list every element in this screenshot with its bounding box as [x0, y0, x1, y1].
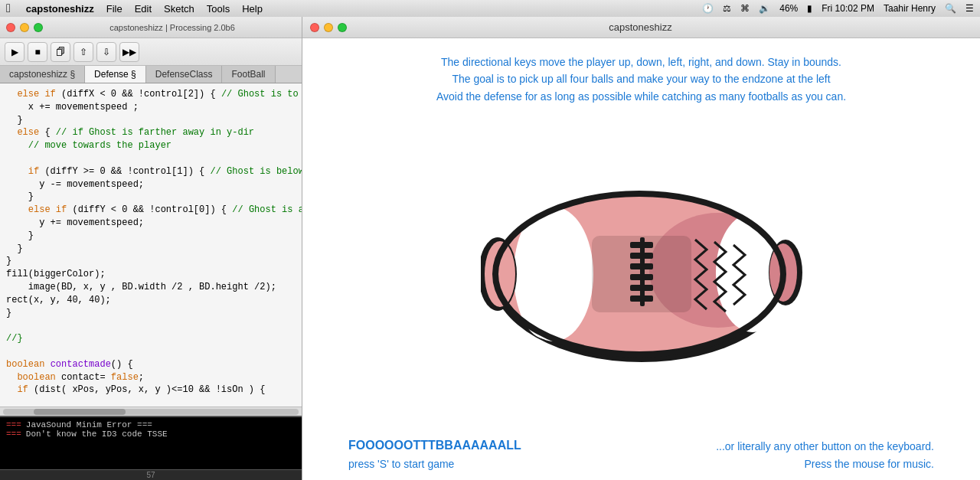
game-window-title: capstoneshizz	[609, 21, 671, 33]
menu-bar:  capstoneshizz File Edit Sketch Tools H…	[0, 0, 980, 17]
football-display	[481, 128, 802, 420]
menu-app[interactable]: capstoneshizz	[26, 3, 94, 15]
search-icon[interactable]: 🔍	[945, 3, 956, 14]
code-line: if (dist( xPos, yPos, x, y )<=10 && !isO…	[6, 384, 296, 397]
list-icon[interactable]: ☰	[965, 3, 974, 14]
footer-right: ...or literally any other button on the …	[716, 438, 934, 472]
window-chrome: capstoneshizz | Processing 2.0b6	[0, 17, 302, 38]
menu-file[interactable]: File	[106, 3, 122, 15]
game-panel: capstoneshizz The directional keys move …	[302, 17, 980, 480]
football-image	[481, 167, 802, 381]
game-title-text: FOOOOOOTTTBBAAAAAALL	[348, 436, 521, 456]
start-prompt: press 'S' to start game	[348, 456, 521, 472]
console: === JavaSound Minim Error === === Don't …	[0, 416, 302, 469]
instruction-line-1: The directional keys move the player up,…	[436, 54, 846, 70]
game-title-bar: capstoneshizz	[302, 17, 980, 38]
right-prompt-line1: ...or literally any other button on the …	[716, 438, 934, 455]
console-line-1: === JavaSound Minim Error ===	[6, 420, 296, 429]
code-line: }	[6, 191, 296, 204]
code-editor[interactable]: else if (diffX < 0 && !control[2]) { // …	[0, 83, 302, 407]
wifi-icon: ⌘	[740, 3, 750, 14]
code-line: else if (diffY < 0 && !control[0]) { // …	[6, 204, 296, 217]
menu-help[interactable]: Help	[242, 3, 263, 15]
export-button[interactable]: ▶▶	[119, 42, 139, 62]
game-traffic-lights	[310, 23, 347, 32]
code-line: rect(x, y, 40, 40);	[6, 294, 296, 307]
system-time: Fri 10:02 PM	[822, 3, 874, 14]
menu-tools[interactable]: Tools	[207, 3, 230, 15]
game-minimize-button[interactable]	[324, 23, 333, 32]
line-number: 57	[0, 469, 302, 480]
game-footer: FOOOOOOTTTBBAAAAAALL press 'S' to start …	[333, 436, 949, 472]
code-line: //}	[6, 332, 296, 345]
code-line: if (diffY >= 0 && !control[1]) { // Ghos…	[6, 165, 296, 178]
username: Taahir Henry	[884, 3, 936, 14]
horizontal-scrollbar[interactable]	[0, 407, 302, 416]
console-text-2: Don't know the ID3 code TSSE	[26, 429, 168, 439]
code-line	[6, 345, 296, 358]
maximize-button[interactable]	[34, 23, 43, 32]
instruction-line-3: Avoid the defense for as long as possibl…	[436, 88, 846, 105]
code-line: boolean contact= false;	[6, 371, 296, 384]
game-instructions: The directional keys move the player up,…	[436, 54, 846, 105]
code-line	[6, 397, 296, 407]
code-line: x += movementspeed ;	[6, 101, 296, 114]
save-button[interactable]: ⇩	[96, 42, 116, 62]
minimize-button[interactable]	[20, 23, 29, 32]
code-line	[6, 319, 296, 332]
game-close-button[interactable]	[310, 23, 319, 32]
toolbar: ▶ ■ 🗍 ⇧ ⇩ ▶▶	[0, 38, 302, 66]
code-panel: capstoneshizz | Processing 2.0b6 ▶ ■ 🗍 ⇧…	[0, 17, 302, 480]
code-line: image(BD, x, y , BD.width /2 , BD.height…	[6, 281, 296, 294]
scrollbar-track	[3, 409, 299, 415]
window-title: capstoneshizz | Processing 2.0b6	[49, 23, 296, 32]
code-line: y -= movementspeed;	[6, 178, 296, 191]
tab-defenseclass[interactable]: DefenseClass	[146, 66, 223, 83]
run-button[interactable]: ▶	[5, 42, 24, 62]
error-dash-2: ===	[6, 429, 21, 439]
volume-icon: 🔉	[759, 3, 770, 14]
code-line: }	[6, 255, 296, 268]
menu-edit[interactable]: Edit	[135, 3, 152, 15]
console-line-2: === Don't know the ID3 code TSSE	[6, 429, 296, 439]
code-line: }	[6, 230, 296, 243]
close-button[interactable]	[6, 23, 15, 32]
main-area: capstoneshizz | Processing 2.0b6 ▶ ■ 🗍 ⇧…	[0, 17, 980, 480]
menu-sketch[interactable]: Sketch	[164, 3, 194, 15]
code-line: else if (diffX < 0 && !control[2]) { // …	[6, 88, 296, 101]
footer-left: FOOOOOOTTTBBAAAAAALL press 'S' to start …	[348, 436, 521, 472]
code-line: }	[6, 243, 296, 256]
tabs: capstoneshizz § Defense § DefenseClass F…	[0, 66, 302, 83]
activity-icon: ⚖	[723, 3, 731, 14]
stop-button[interactable]: ■	[28, 42, 47, 62]
game-content: The directional keys move the player up,…	[302, 38, 980, 480]
menu-items: capstoneshizz File Edit Sketch Tools Hel…	[26, 3, 263, 15]
code-line	[6, 152, 296, 165]
menu-right-items: 🕐 ⚖ ⌘ 🔉 46% ▮ Fri 10:02 PM Taahir Henry …	[702, 3, 974, 14]
code-line: // move towards the player	[6, 139, 296, 152]
clock-icon: 🕐	[702, 3, 714, 14]
error-dash-1: ===	[6, 420, 21, 429]
code-line: boolean contactmade() {	[6, 358, 296, 371]
code-line: fill(biggerColor);	[6, 268, 296, 281]
instruction-line-2: The goal is to pick up all four balls an…	[436, 70, 846, 87]
battery-icon: ▮	[807, 3, 812, 14]
code-line: }	[6, 114, 296, 127]
scrollbar-thumb[interactable]	[34, 409, 126, 415]
code-line: y += movementspeed;	[6, 217, 296, 230]
tab-capstoneshizz[interactable]: capstoneshizz §	[0, 66, 85, 83]
apple-menu[interactable]: 	[6, 2, 11, 15]
open-button[interactable]: ⇧	[74, 42, 93, 62]
game-maximize-button[interactable]	[338, 23, 347, 32]
right-prompt-line2: Press the mouse for music.	[716, 456, 934, 472]
battery-level: 46%	[779, 3, 798, 14]
traffic-lights	[6, 23, 43, 32]
console-text-1: JavaSound Minim Error ===	[26, 420, 152, 429]
tab-football[interactable]: FootBall	[222, 66, 275, 83]
svg-rect-14	[640, 237, 645, 306]
code-line: else { // if Ghost is farther away in y-…	[6, 126, 296, 139]
code-line: }	[6, 307, 296, 320]
new-button[interactable]: 🗍	[51, 42, 70, 62]
tab-defense[interactable]: Defense §	[85, 66, 146, 83]
